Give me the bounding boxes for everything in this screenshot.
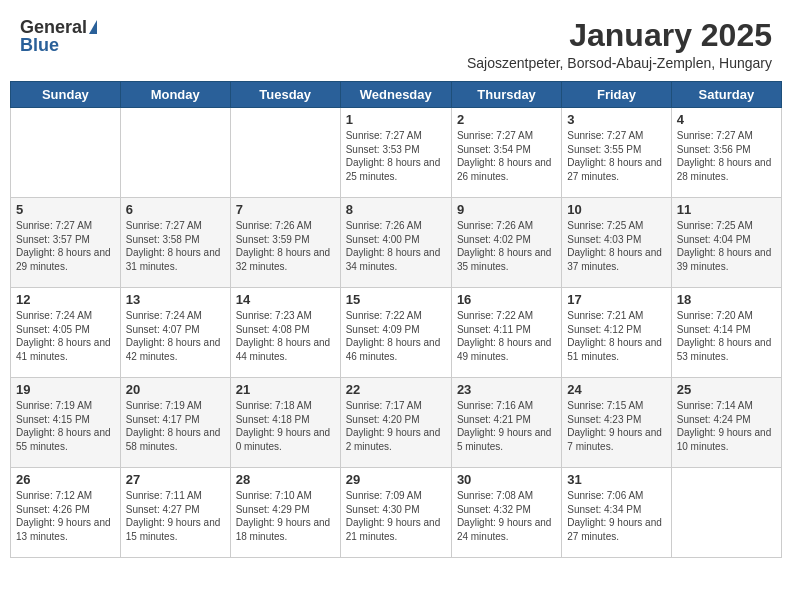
- day-info: Sunrise: 7:27 AM Sunset: 3:54 PM Dayligh…: [457, 129, 556, 183]
- calendar-cell: 9Sunrise: 7:26 AM Sunset: 4:02 PM Daylig…: [451, 198, 561, 288]
- logo-blue-text: Blue: [20, 36, 59, 54]
- day-number: 7: [236, 202, 335, 217]
- day-info: Sunrise: 7:19 AM Sunset: 4:15 PM Dayligh…: [16, 399, 115, 453]
- weekday-header-friday: Friday: [562, 82, 671, 108]
- day-info: Sunrise: 7:17 AM Sunset: 4:20 PM Dayligh…: [346, 399, 446, 453]
- day-info: Sunrise: 7:10 AM Sunset: 4:29 PM Dayligh…: [236, 489, 335, 543]
- day-info: Sunrise: 7:19 AM Sunset: 4:17 PM Dayligh…: [126, 399, 225, 453]
- calendar-week-row: 19Sunrise: 7:19 AM Sunset: 4:15 PM Dayli…: [11, 378, 782, 468]
- day-number: 9: [457, 202, 556, 217]
- day-number: 19: [16, 382, 115, 397]
- weekday-header-monday: Monday: [120, 82, 230, 108]
- day-number: 13: [126, 292, 225, 307]
- day-number: 17: [567, 292, 665, 307]
- calendar-cell: 19Sunrise: 7:19 AM Sunset: 4:15 PM Dayli…: [11, 378, 121, 468]
- day-number: 18: [677, 292, 776, 307]
- logo-triangle-icon: [89, 20, 97, 34]
- day-number: 28: [236, 472, 335, 487]
- day-info: Sunrise: 7:25 AM Sunset: 4:03 PM Dayligh…: [567, 219, 665, 273]
- day-info: Sunrise: 7:27 AM Sunset: 3:55 PM Dayligh…: [567, 129, 665, 183]
- day-number: 10: [567, 202, 665, 217]
- calendar-cell: 21Sunrise: 7:18 AM Sunset: 4:18 PM Dayli…: [230, 378, 340, 468]
- calendar-cell: 31Sunrise: 7:06 AM Sunset: 4:34 PM Dayli…: [562, 468, 671, 558]
- calendar-cell: 8Sunrise: 7:26 AM Sunset: 4:00 PM Daylig…: [340, 198, 451, 288]
- day-number: 25: [677, 382, 776, 397]
- calendar-cell: 28Sunrise: 7:10 AM Sunset: 4:29 PM Dayli…: [230, 468, 340, 558]
- calendar-cell: 13Sunrise: 7:24 AM Sunset: 4:07 PM Dayli…: [120, 288, 230, 378]
- calendar-cell: 12Sunrise: 7:24 AM Sunset: 4:05 PM Dayli…: [11, 288, 121, 378]
- weekday-header-wednesday: Wednesday: [340, 82, 451, 108]
- day-number: 31: [567, 472, 665, 487]
- day-number: 24: [567, 382, 665, 397]
- calendar-cell: 15Sunrise: 7:22 AM Sunset: 4:09 PM Dayli…: [340, 288, 451, 378]
- day-info: Sunrise: 7:27 AM Sunset: 3:57 PM Dayligh…: [16, 219, 115, 273]
- day-info: Sunrise: 7:26 AM Sunset: 4:02 PM Dayligh…: [457, 219, 556, 273]
- calendar-cell: 16Sunrise: 7:22 AM Sunset: 4:11 PM Dayli…: [451, 288, 561, 378]
- day-info: Sunrise: 7:06 AM Sunset: 4:34 PM Dayligh…: [567, 489, 665, 543]
- day-info: Sunrise: 7:11 AM Sunset: 4:27 PM Dayligh…: [126, 489, 225, 543]
- day-info: Sunrise: 7:23 AM Sunset: 4:08 PM Dayligh…: [236, 309, 335, 363]
- calendar-cell: 11Sunrise: 7:25 AM Sunset: 4:04 PM Dayli…: [671, 198, 781, 288]
- calendar-cell: 1Sunrise: 7:27 AM Sunset: 3:53 PM Daylig…: [340, 108, 451, 198]
- calendar-cell: 6Sunrise: 7:27 AM Sunset: 3:58 PM Daylig…: [120, 198, 230, 288]
- day-info: Sunrise: 7:14 AM Sunset: 4:24 PM Dayligh…: [677, 399, 776, 453]
- calendar-week-row: 12Sunrise: 7:24 AM Sunset: 4:05 PM Dayli…: [11, 288, 782, 378]
- calendar-cell: 17Sunrise: 7:21 AM Sunset: 4:12 PM Dayli…: [562, 288, 671, 378]
- day-info: Sunrise: 7:27 AM Sunset: 3:53 PM Dayligh…: [346, 129, 446, 183]
- weekday-header-sunday: Sunday: [11, 82, 121, 108]
- calendar-cell: 29Sunrise: 7:09 AM Sunset: 4:30 PM Dayli…: [340, 468, 451, 558]
- calendar-cell: 10Sunrise: 7:25 AM Sunset: 4:03 PM Dayli…: [562, 198, 671, 288]
- page-subtitle: Sajoszentpeter, Borsod-Abauj-Zemplen, Hu…: [467, 55, 772, 71]
- day-number: 6: [126, 202, 225, 217]
- day-info: Sunrise: 7:15 AM Sunset: 4:23 PM Dayligh…: [567, 399, 665, 453]
- day-info: Sunrise: 7:27 AM Sunset: 3:58 PM Dayligh…: [126, 219, 225, 273]
- calendar-cell: 23Sunrise: 7:16 AM Sunset: 4:21 PM Dayli…: [451, 378, 561, 468]
- day-number: 12: [16, 292, 115, 307]
- day-number: 1: [346, 112, 446, 127]
- day-info: Sunrise: 7:21 AM Sunset: 4:12 PM Dayligh…: [567, 309, 665, 363]
- day-info: Sunrise: 7:26 AM Sunset: 4:00 PM Dayligh…: [346, 219, 446, 273]
- day-number: 8: [346, 202, 446, 217]
- day-number: 23: [457, 382, 556, 397]
- calendar-table: SundayMondayTuesdayWednesdayThursdayFrid…: [10, 81, 782, 558]
- calendar-cell: 24Sunrise: 7:15 AM Sunset: 4:23 PM Dayli…: [562, 378, 671, 468]
- day-info: Sunrise: 7:26 AM Sunset: 3:59 PM Dayligh…: [236, 219, 335, 273]
- day-info: Sunrise: 7:08 AM Sunset: 4:32 PM Dayligh…: [457, 489, 556, 543]
- day-info: Sunrise: 7:12 AM Sunset: 4:26 PM Dayligh…: [16, 489, 115, 543]
- day-number: 27: [126, 472, 225, 487]
- calendar-cell: [11, 108, 121, 198]
- logo-general-text: General: [20, 18, 87, 36]
- weekday-header-tuesday: Tuesday: [230, 82, 340, 108]
- calendar-cell: 27Sunrise: 7:11 AM Sunset: 4:27 PM Dayli…: [120, 468, 230, 558]
- day-info: Sunrise: 7:22 AM Sunset: 4:09 PM Dayligh…: [346, 309, 446, 363]
- day-info: Sunrise: 7:25 AM Sunset: 4:04 PM Dayligh…: [677, 219, 776, 273]
- day-number: 30: [457, 472, 556, 487]
- page-header: General Blue January 2025 Sajoszentpeter…: [10, 10, 782, 75]
- calendar-week-row: 26Sunrise: 7:12 AM Sunset: 4:26 PM Dayli…: [11, 468, 782, 558]
- day-info: Sunrise: 7:16 AM Sunset: 4:21 PM Dayligh…: [457, 399, 556, 453]
- day-number: 21: [236, 382, 335, 397]
- calendar-cell: 22Sunrise: 7:17 AM Sunset: 4:20 PM Dayli…: [340, 378, 451, 468]
- calendar-cell: [120, 108, 230, 198]
- calendar-cell: 5Sunrise: 7:27 AM Sunset: 3:57 PM Daylig…: [11, 198, 121, 288]
- day-number: 2: [457, 112, 556, 127]
- day-info: Sunrise: 7:18 AM Sunset: 4:18 PM Dayligh…: [236, 399, 335, 453]
- logo: General Blue: [20, 18, 97, 54]
- calendar-cell: 20Sunrise: 7:19 AM Sunset: 4:17 PM Dayli…: [120, 378, 230, 468]
- day-number: 15: [346, 292, 446, 307]
- day-info: Sunrise: 7:09 AM Sunset: 4:30 PM Dayligh…: [346, 489, 446, 543]
- calendar-cell: 18Sunrise: 7:20 AM Sunset: 4:14 PM Dayli…: [671, 288, 781, 378]
- calendar-cell: 3Sunrise: 7:27 AM Sunset: 3:55 PM Daylig…: [562, 108, 671, 198]
- page-title: January 2025: [467, 18, 772, 53]
- calendar-week-row: 5Sunrise: 7:27 AM Sunset: 3:57 PM Daylig…: [11, 198, 782, 288]
- day-info: Sunrise: 7:24 AM Sunset: 4:07 PM Dayligh…: [126, 309, 225, 363]
- day-number: 22: [346, 382, 446, 397]
- day-number: 20: [126, 382, 225, 397]
- calendar-week-row: 1Sunrise: 7:27 AM Sunset: 3:53 PM Daylig…: [11, 108, 782, 198]
- day-info: Sunrise: 7:22 AM Sunset: 4:11 PM Dayligh…: [457, 309, 556, 363]
- day-number: 26: [16, 472, 115, 487]
- calendar-cell: 2Sunrise: 7:27 AM Sunset: 3:54 PM Daylig…: [451, 108, 561, 198]
- calendar-cell: 14Sunrise: 7:23 AM Sunset: 4:08 PM Dayli…: [230, 288, 340, 378]
- day-info: Sunrise: 7:20 AM Sunset: 4:14 PM Dayligh…: [677, 309, 776, 363]
- day-number: 29: [346, 472, 446, 487]
